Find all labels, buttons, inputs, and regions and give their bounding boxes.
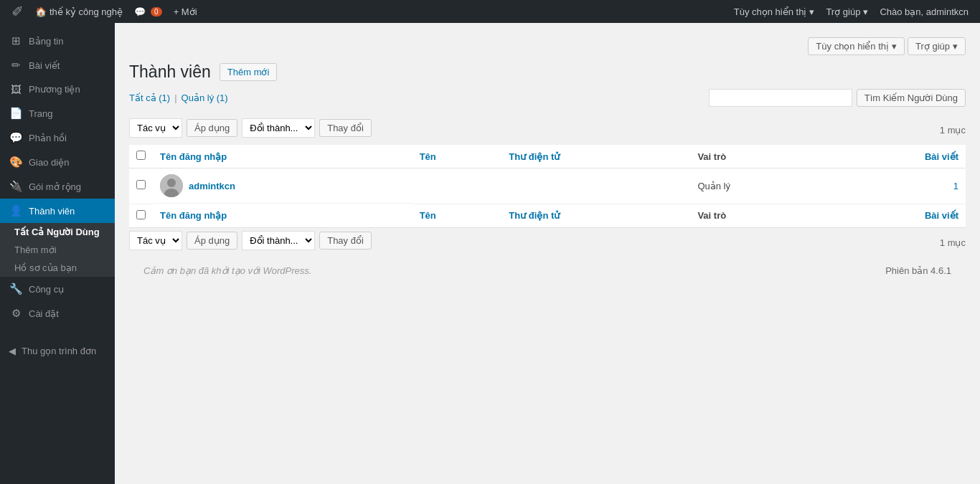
sidebar-label-bang-tin: Bảng tin [29,36,63,47]
col-posts-footer[interactable]: Bài viết [826,204,966,227]
help-button[interactable]: Trợ giúp ▾ [820,0,874,23]
filter-manager-link[interactable]: Quản lý (1) [182,92,228,103]
help-top-label: Trợ giúp [915,41,950,52]
col-role: Vai trò [690,145,826,169]
count-bottom: 1 mục [940,237,966,248]
users-table-wrapper: Tên đăng nhập Tên Thư điện tử Vai trò Bà… [129,145,966,228]
table-header-row: Tên đăng nhập Tên Thư điện tử Vai trò Bà… [129,145,966,169]
role-change-button-bottom[interactable]: Thay đổi [319,232,372,250]
display-options-label: Tùy chọn hiển thị [734,6,807,17]
comment-icon: 💬 [134,6,146,17]
sidebar-submenu-users: Tất Cả Người Dùng Thêm mới Hồ sơ của bạn [0,223,115,277]
footer-credit-text: Cảm ơn bạn đã khởi tạo với WordPress. [143,265,311,276]
plugin-icon: 🔌 [9,180,23,193]
home-icon: 🏠 [35,6,47,17]
col-email-footer[interactable]: Thư điện tử [501,204,690,227]
select-all-checkbox-footer[interactable] [136,210,146,219]
tools-icon: 🔧 [9,283,23,295]
submenu-them-moi[interactable]: Thêm mới [0,241,115,259]
sidebar-item-thanh-vien[interactable]: 👤 Thành viên [0,199,115,223]
col-posts[interactable]: Bài viết [826,145,966,169]
search-users-button[interactable]: Tìm Kiếm Người Dùng [857,89,966,107]
avatar-svg [160,174,183,197]
sidebar-item-phuong-tien[interactable]: 🖼 Phương tiện [0,77,115,101]
filter-bar: Tất cả (1) | Quản lý (1) [129,92,228,103]
page-title: Thành viên [129,62,211,82]
greeting-text: Chào bạn, admintkcn [880,6,969,17]
bulk-apply-button-bottom[interactable]: Áp dụng [187,232,237,250]
user-greeting[interactable]: Chào bạn, admintkcn [874,0,974,23]
row-name-cell [413,169,502,204]
sidebar: ⊞ Bảng tin ✏ Bài viết 🖼 Phương tiện 📄 Tr… [0,23,115,484]
submenu-tat-ca[interactable]: Tất Cả Người Dùng [0,223,115,241]
adminbar-new[interactable]: + Mới [168,0,203,23]
collapse-menu-button[interactable]: ◀ Thu gọn trình đơn [0,340,115,362]
dashboard-icon: ⊞ [9,34,23,47]
select-all-checkbox[interactable] [136,151,146,160]
page-icon: 📄 [9,107,23,120]
role-change-select-top[interactable]: Đổi thành... [242,118,315,138]
sidebar-item-cong-cu[interactable]: 🔧 Công cụ [0,277,115,301]
col-role-footer: Vai trò [690,204,826,227]
adminbar-comments[interactable]: 💬 0 [128,0,168,23]
bulk-action-select-bottom[interactable]: Tác vụ [129,231,182,250]
sidebar-item-goi-mo-rong[interactable]: 🔌 Gói mở rộng [0,174,115,199]
chevron-down-options-icon: ▾ [892,41,897,52]
add-new-button[interactable]: Thêm mới [220,63,278,81]
site-name: thế kỷ công nghệ [50,6,123,17]
sidebar-item-bang-tin[interactable]: ⊞ Bảng tin [0,29,115,53]
post-icon: ✏ [9,59,23,72]
role-change-select-bottom[interactable]: Đổi thành... [242,231,315,250]
avatar [160,174,183,197]
footer: Cảm ơn bạn đã khởi tạo với WordPress. Ph… [129,255,966,287]
sidebar-label-bai-viet: Bài viết [29,60,60,71]
bulk-apply-button-top[interactable]: Áp dụng [187,119,237,137]
footer-version: Phiên bản 4.6.1 [885,265,951,276]
new-label: + Mới [174,6,197,17]
sidebar-item-bai-viet[interactable]: ✏ Bài viết [0,53,115,77]
sidebar-item-giao-dien[interactable]: 🎨 Giao diện [0,150,115,174]
sidebar-label-cai-dat: Cài đặt [29,308,59,319]
sidebar-item-cai-dat[interactable]: ⚙ Cài đặt [0,301,115,326]
top-options-bar: Tùy chọn hiển thị ▾ Trợ giúp ▾ [129,37,966,55]
row-username-cell: admintkcn [153,169,413,204]
main-content: Tùy chọn hiển thị ▾ Trợ giúp ▾ Thành viê… [115,23,980,484]
adminbar-site[interactable]: 🏠 thế kỷ công nghệ [29,0,128,23]
col-username[interactable]: Tên đăng nhập [153,145,413,169]
col-name[interactable]: Tên [413,145,502,169]
sidebar-label-phan-hoi: Phản hồi [29,133,67,143]
footer-credit: Cảm ơn bạn đã khởi tạo với WordPress. [143,265,311,276]
collapse-icon: ◀ [9,346,16,356]
display-options-top-label: Tùy chọn hiển thị [816,41,889,52]
count-top: 1 mục [940,125,966,136]
chevron-down-icon-help: ▾ [863,6,868,17]
help-top-button[interactable]: Trợ giúp ▾ [908,37,966,55]
submenu-ho-so[interactable]: Hồ sơ của bạn [0,259,115,277]
appearance-icon: 🎨 [9,156,23,169]
col-email[interactable]: Thư điện tử [501,145,690,169]
sidebar-item-phan-hoi[interactable]: 💬 Phản hồi [0,125,115,150]
wp-logo-icon[interactable]: ✐ [6,3,29,20]
help-label: Trợ giúp [826,6,860,17]
username-link[interactable]: admintkcn [189,181,235,191]
role-change-button-top[interactable]: Thay đổi [319,119,372,137]
sidebar-item-trang[interactable]: 📄 Trang [0,101,115,125]
row-role-cell: Quản lý [690,169,826,204]
sidebar-label-giao-dien: Giao diện [29,157,69,168]
filter-all-link[interactable]: Tất cả (1) [129,92,170,103]
col-username-footer[interactable]: Tên đăng nhập [153,204,413,227]
search-input[interactable] [709,89,852,107]
row-email-cell [501,169,690,204]
row-checkbox[interactable] [136,180,146,189]
sidebar-label-trang: Trang [29,108,52,119]
media-icon: 🖼 [9,83,23,95]
bulk-action-select-top[interactable]: Tác vụ [129,118,182,138]
col-name-footer[interactable]: Tên [413,204,502,227]
table-footer-header-row: Tên đăng nhập Tên Thư điện tử Vai trò Bà… [129,204,966,227]
select-all-header [129,145,153,169]
display-options-top-button[interactable]: Tùy chọn hiển thị ▾ [808,37,905,55]
posts-count-link[interactable]: 1 [834,181,958,191]
collapse-label: Thu gọn trình đơn [22,346,96,356]
row-posts-cell: 1 [826,169,966,204]
display-options-button[interactable]: Tùy chọn hiển thị ▾ [728,0,821,23]
